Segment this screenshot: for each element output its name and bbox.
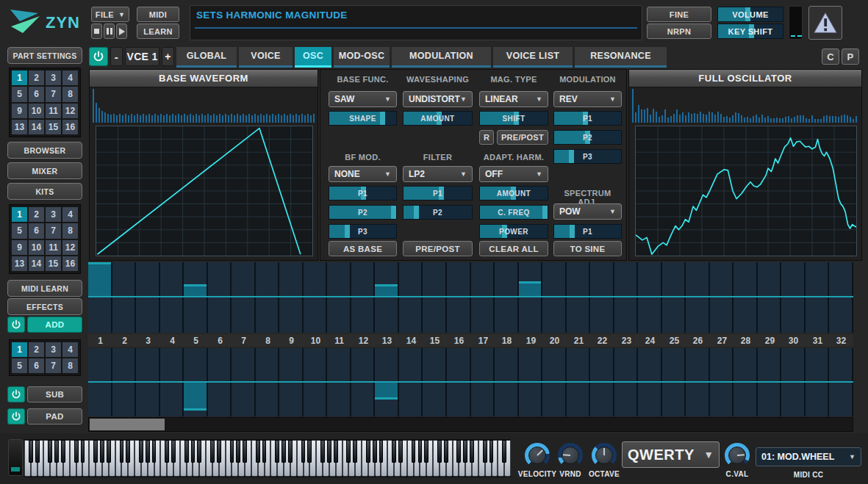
pitch-fader[interactable]: [8, 439, 23, 476]
adapt-amount-slider[interactable]: AMOUNT: [479, 186, 548, 201]
black-key[interactable]: [217, 440, 221, 463]
grid-cell-2[interactable]: 2: [29, 207, 44, 222]
bf-mod-p1-slider[interactable]: P1: [329, 186, 397, 201]
as-base-button[interactable]: AS BASE: [329, 241, 397, 256]
black-key[interactable]: [197, 440, 201, 463]
panic-button[interactable]: [808, 6, 842, 40]
black-key[interactable]: [100, 440, 104, 463]
midi-button[interactable]: MIDI: [137, 7, 179, 22]
grid-cell-12[interactable]: 12: [62, 104, 78, 118]
tab-mod-osc[interactable]: MOD-OSC: [334, 47, 390, 68]
spectrum-p1-slider[interactable]: P1: [553, 224, 622, 239]
magnitude-column-29[interactable]: [758, 262, 780, 333]
grid-cell-14[interactable]: 14: [29, 120, 44, 134]
volume-slider[interactable]: VOLUME: [717, 7, 783, 22]
mag-prepost-button[interactable]: PRE/POST: [497, 130, 548, 145]
magnitude-column-6[interactable]: [208, 262, 230, 333]
black-key[interactable]: [275, 440, 279, 463]
magnitude-bar-13[interactable]: [375, 284, 398, 296]
black-key[interactable]: [61, 440, 65, 463]
to-sine-button[interactable]: TO SINE: [553, 241, 622, 256]
grid-cell-2[interactable]: 2: [29, 71, 44, 85]
scrollbar-thumb[interactable]: [90, 419, 165, 430]
black-key[interactable]: [334, 440, 338, 463]
virtual-keyboard[interactable]: [24, 439, 511, 477]
black-key[interactable]: [74, 440, 79, 463]
magnitude-column-9[interactable]: [279, 262, 302, 333]
grid-cell-6[interactable]: 6: [29, 87, 44, 101]
bf-mod-p2-slider[interactable]: P2: [329, 205, 397, 220]
paste-button[interactable]: P: [842, 48, 859, 65]
grid-cell-10[interactable]: 10: [29, 240, 44, 255]
modulation-dropdown[interactable]: REV▼: [553, 91, 622, 107]
clear-all-button[interactable]: CLEAR ALL: [479, 241, 548, 256]
magnitude-column-10[interactable]: [304, 262, 326, 333]
shape-slider[interactable]: SHAPE: [329, 111, 397, 126]
magnitude-column-2[interactable]: [112, 262, 134, 333]
black-key[interactable]: [256, 440, 260, 463]
black-key[interactable]: [307, 440, 312, 463]
tab-osc[interactable]: OSC: [295, 47, 331, 68]
sub-enable-toggle[interactable]: [7, 386, 25, 402]
tab-voice[interactable]: VOICE: [239, 47, 293, 68]
black-key[interactable]: [288, 440, 293, 463]
midi-cc-dropdown[interactable]: 01: MOD.WHEEL ▼: [756, 447, 861, 466]
bf-mod-dropdown[interactable]: NONE▼: [329, 166, 397, 182]
grid-cell-15[interactable]: 15: [46, 256, 61, 271]
magnitude-column-30[interactable]: [781, 262, 804, 333]
sub-engine-button[interactable]: SUB: [27, 386, 82, 402]
grid-cell-9[interactable]: 9: [12, 240, 27, 255]
grid-cell-12[interactable]: 12: [62, 240, 78, 255]
magnitude-bar-19[interactable]: [519, 281, 541, 296]
black-key[interactable]: [230, 440, 234, 463]
black-key[interactable]: [93, 440, 98, 463]
black-key[interactable]: [412, 440, 416, 463]
black-key[interactable]: [456, 440, 461, 463]
grid-cell-7[interactable]: 7: [46, 223, 61, 238]
black-key[interactable]: [424, 440, 428, 463]
black-key[interactable]: [107, 440, 111, 463]
black-key[interactable]: [35, 440, 40, 463]
black-key[interactable]: [146, 440, 150, 463]
grid-cell-13[interactable]: 13: [12, 120, 27, 134]
tab-modulation[interactable]: MODULATION: [392, 47, 491, 68]
midi-learn-button[interactable]: MIDI LEARN: [7, 280, 82, 297]
magnitude-column-28[interactable]: [734, 262, 756, 333]
black-key[interactable]: [139, 440, 143, 463]
black-key[interactable]: [243, 440, 247, 463]
black-key[interactable]: [165, 440, 169, 463]
grid-cell-3[interactable]: 3: [46, 71, 61, 85]
kits-button[interactable]: KITS: [7, 183, 82, 200]
magnitude-column-24[interactable]: [638, 262, 661, 333]
voice-next-button[interactable]: +: [162, 47, 174, 66]
cval-knob[interactable]: [725, 443, 750, 468]
grid-cell-8[interactable]: 8: [62, 223, 78, 238]
mag-type-dropdown[interactable]: LINEAR▼: [479, 91, 548, 107]
magnitude-column-22[interactable]: [590, 262, 613, 333]
black-key[interactable]: [379, 440, 384, 463]
learn-button[interactable]: LEARN: [137, 24, 179, 39]
grid-cell-14[interactable]: 14: [29, 256, 44, 271]
grid-cell-8[interactable]: 8: [62, 358, 78, 373]
add-enable-toggle[interactable]: [7, 317, 25, 333]
mod-p1-slider[interactable]: P1: [553, 111, 622, 126]
pause-button[interactable]: [104, 24, 115, 39]
magnitude-column-3[interactable]: [136, 262, 159, 333]
magnitude-column-4[interactable]: [160, 262, 182, 333]
grid-cell-16[interactable]: 16: [62, 120, 78, 134]
magnitude-column-11[interactable]: [327, 262, 350, 333]
filter-dropdown[interactable]: LP2▼: [403, 166, 473, 182]
black-key[interactable]: [463, 440, 467, 463]
black-key[interactable]: [320, 440, 325, 463]
magnitude-column-15[interactable]: [423, 262, 445, 333]
adapt-cfreq-slider[interactable]: C. FREQ: [479, 205, 548, 220]
black-key[interactable]: [152, 440, 157, 463]
harmonic-phase-editor[interactable]: [88, 348, 853, 416]
black-key[interactable]: [126, 440, 130, 463]
grid-cell-9[interactable]: 9: [12, 104, 27, 118]
voice-prev-button[interactable]: -: [110, 47, 123, 66]
grid-cell-11[interactable]: 11: [46, 240, 61, 255]
grid-cell-4[interactable]: 4: [62, 71, 78, 85]
grid-cell-5[interactable]: 5: [12, 87, 27, 101]
black-key[interactable]: [54, 440, 59, 463]
